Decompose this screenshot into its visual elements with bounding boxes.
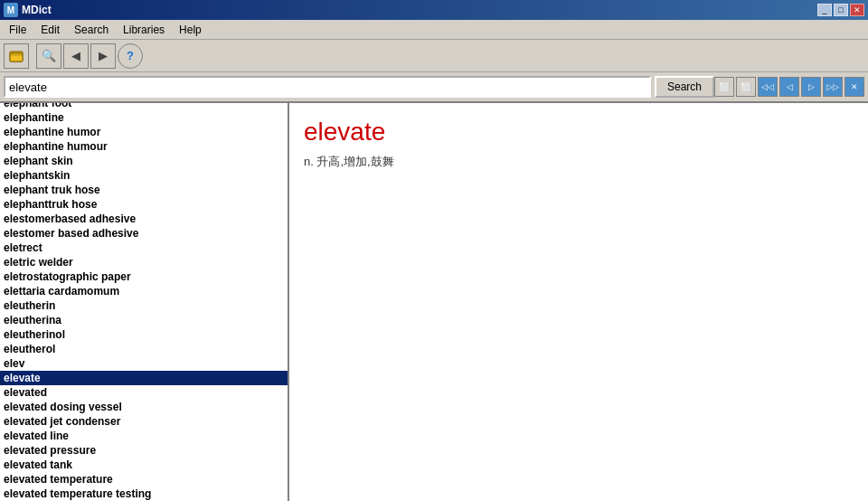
word-list-item[interactable]: elephant truk hose bbox=[0, 183, 288, 197]
main-content: elephant fish liver oilelephantfooteleph… bbox=[0, 103, 868, 501]
word-list-item[interactable]: elephanttruk hose bbox=[0, 197, 288, 212]
word-list-item[interactable]: eleutherinol bbox=[0, 327, 288, 342]
word-list-item[interactable]: elevated tank bbox=[0, 458, 288, 472]
nav-next-button[interactable]: ▷ bbox=[801, 77, 821, 97]
word-list-item[interactable]: eletrostatographic paper bbox=[0, 269, 288, 284]
word-list-item[interactable]: elephantine humor bbox=[0, 125, 288, 139]
word-list-item[interactable]: eleutherina bbox=[0, 313, 288, 327]
word-list-item[interactable]: elev bbox=[0, 356, 288, 371]
word-list-item[interactable]: elestomerbased adhesive bbox=[0, 212, 288, 226]
nav-prev-button[interactable]: ◁ bbox=[779, 77, 799, 97]
copy-button-2[interactable]: ⬜ bbox=[736, 77, 756, 97]
svg-rect-1 bbox=[10, 53, 23, 61]
menu-search[interactable]: Search bbox=[67, 20, 116, 39]
word-list-item[interactable]: elettaria cardamomum bbox=[0, 284, 288, 298]
toolbar-forward-button[interactable]: ▶ bbox=[90, 43, 116, 69]
nav-last-button[interactable]: ▷▷ bbox=[823, 77, 843, 97]
word-list-item[interactable]: elevated temperature bbox=[0, 472, 288, 487]
app-icon: M bbox=[4, 3, 18, 17]
menu-edit[interactable]: Edit bbox=[33, 20, 67, 39]
word-list-item[interactable]: eletrect bbox=[0, 241, 288, 255]
close-button[interactable]: ✕ bbox=[850, 4, 864, 16]
definition-pos: n. bbox=[304, 155, 314, 168]
word-list-item[interactable]: elevated temperature testing bbox=[0, 487, 288, 501]
menu-libraries[interactable]: Libraries bbox=[116, 20, 172, 39]
word-list-item[interactable]: eletric welder bbox=[0, 255, 288, 269]
titlebar-left: M MDict bbox=[4, 3, 52, 17]
word-list-item[interactable]: elevated jet condenser bbox=[0, 414, 288, 429]
menubar: File Edit Search Libraries Help bbox=[0, 20, 868, 40]
word-list-item[interactable]: elevated line bbox=[0, 429, 288, 443]
word-list-item[interactable]: elephantine bbox=[0, 110, 288, 125]
searchbar: Search ⬜ ⬜ ◁◁ ◁ ▷ ▷▷ ✕ bbox=[0, 72, 868, 103]
word-list-item[interactable]: elevate bbox=[0, 371, 288, 385]
nav-first-button[interactable]: ◁◁ bbox=[758, 77, 778, 97]
toolbar-search-button[interactable]: 🔍 bbox=[36, 43, 61, 69]
titlebar-buttons: _ □ ✕ bbox=[817, 4, 864, 16]
definition-panel: elevate n. 升高,增加,鼓舞 bbox=[289, 103, 868, 501]
word-list-panel: elephant fish liver oilelephantfooteleph… bbox=[0, 103, 289, 501]
menu-help[interactable]: Help bbox=[172, 20, 209, 39]
menu-file[interactable]: File bbox=[2, 20, 33, 39]
toolbar-open-button[interactable] bbox=[4, 43, 29, 69]
titlebar: M MDict _ □ ✕ bbox=[0, 0, 868, 20]
copy-button-1[interactable]: ⬜ bbox=[714, 77, 734, 97]
word-list-item[interactable]: elephantskin bbox=[0, 168, 288, 183]
toolbar-help-button[interactable]: ? bbox=[118, 43, 143, 69]
word-list-item[interactable]: elephant foot bbox=[0, 103, 288, 110]
word-list-item[interactable]: eleutherin bbox=[0, 298, 288, 313]
word-list-item[interactable]: eleutherol bbox=[0, 342, 288, 356]
word-list-item[interactable]: elestomer based adhesive bbox=[0, 226, 288, 241]
restore-button[interactable]: □ bbox=[834, 4, 848, 16]
definition-word: elevate bbox=[304, 118, 854, 147]
window-title: MDict bbox=[22, 4, 52, 16]
word-list-item[interactable]: elephantine humour bbox=[0, 139, 288, 154]
word-list-item[interactable]: elevated dosing vessel bbox=[0, 400, 288, 414]
toolbar: 🔍 ◀ ▶ ? bbox=[0, 40, 868, 72]
nav-close-button[interactable]: ✕ bbox=[844, 77, 864, 97]
search-input[interactable] bbox=[4, 76, 651, 98]
minimize-button[interactable]: _ bbox=[817, 4, 832, 16]
word-list-item[interactable]: elevated bbox=[0, 385, 288, 400]
search-button[interactable]: Search bbox=[655, 76, 714, 98]
word-list[interactable]: elephant fish liver oilelephantfooteleph… bbox=[0, 103, 288, 501]
toolbar-back-button[interactable]: ◀ bbox=[63, 43, 89, 69]
search-nav-area: ⬜ ⬜ ◁◁ ◁ ▷ ▷▷ ✕ bbox=[714, 77, 864, 97]
word-list-item[interactable]: elephant skin bbox=[0, 154, 288, 168]
word-list-item[interactable]: elevated pressure bbox=[0, 443, 288, 458]
definition-meaning: 升高,增加,鼓舞 bbox=[316, 155, 393, 168]
definition-pos-meaning: n. 升高,增加,鼓舞 bbox=[304, 154, 854, 170]
